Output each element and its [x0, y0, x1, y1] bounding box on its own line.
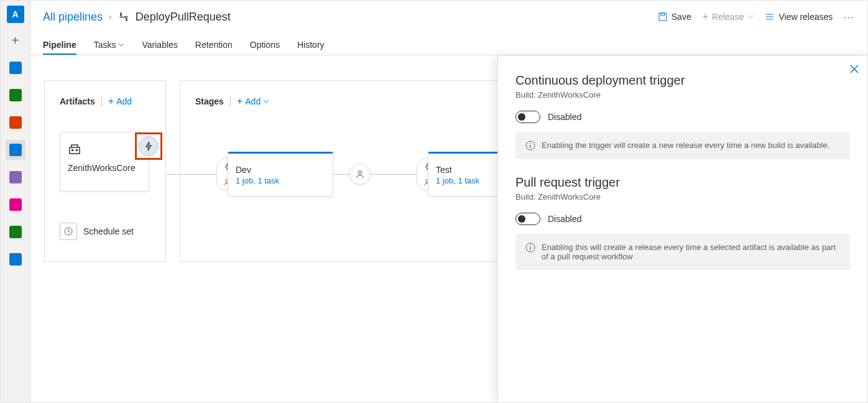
cd-toggle-state: Disabled: [548, 112, 581, 122]
nav-item-overview[interactable]: [6, 58, 25, 78]
nav-item-repos[interactable]: [6, 113, 25, 132]
ellipsis-icon: ···: [844, 12, 855, 22]
stage-name: Test: [436, 165, 479, 175]
list-icon: [765, 12, 775, 22]
artifacts-heading: Artifacts: [60, 96, 95, 106]
tab-variables[interactable]: Variables: [142, 40, 177, 55]
more-button[interactable]: ···: [844, 12, 855, 22]
save-button[interactable]: Save: [658, 12, 691, 22]
pipeline-title-text: DeployPullRequest: [136, 11, 231, 24]
stage-card-dev[interactable]: Dev 1 job, 1 task: [228, 152, 333, 197]
svg-rect-4: [76, 149, 78, 151]
chevron-down-icon: [118, 42, 124, 48]
svg-rect-14: [530, 247, 530, 250]
stages-heading: Stages: [195, 96, 224, 106]
svg-point-13: [530, 245, 531, 246]
artifact-card[interactable]: ZenithWorksCore: [60, 132, 149, 192]
tab-history[interactable]: History: [297, 40, 325, 55]
tab-options[interactable]: Options: [250, 40, 280, 55]
nav-item-security[interactable]: [6, 222, 25, 242]
tabstrip: Pipeline Tasks Variables Retention Optio…: [30, 33, 867, 55]
build-source-icon: [68, 142, 81, 156]
svg-point-10: [530, 143, 531, 144]
cd-info: Enabling the trigger will create a new r…: [515, 132, 850, 159]
chevron-right-icon: ›: [109, 12, 112, 22]
schedule-indicator[interactable]: Schedule set: [60, 223, 150, 240]
left-nav-rail: A +: [1, 1, 30, 402]
nav-item-boards[interactable]: [6, 85, 25, 105]
stage-name: Dev: [236, 165, 279, 175]
info-icon: [525, 243, 535, 252]
top-toolbar: Save + Release View releases ···: [658, 11, 855, 22]
plus-icon: +: [703, 11, 708, 22]
close-panel-button[interactable]: [850, 65, 859, 76]
svg-point-7: [358, 171, 361, 174]
breadcrumb: All pipelines › DeployPullRequest Save +…: [30, 1, 867, 33]
stage-jobs-link[interactable]: 1 job, 1 task: [436, 176, 479, 185]
pr-info: Enabling this will create a release ever…: [515, 234, 850, 270]
info-icon: [525, 141, 535, 151]
pipeline-icon: [118, 11, 129, 22]
plus-icon: +: [12, 34, 19, 48]
artifact-name: ZenithWorksCore: [68, 163, 141, 173]
tab-tasks[interactable]: Tasks: [94, 40, 125, 55]
svg-rect-11: [530, 145, 530, 148]
lightning-icon: [144, 141, 154, 151]
breadcrumb-title: DeployPullRequest: [118, 11, 231, 24]
plus-icon: +: [108, 96, 114, 107]
post-deploy-conditions[interactable]: [349, 164, 371, 185]
nav-item-sql[interactable]: [6, 249, 25, 269]
pr-toggle[interactable]: [515, 213, 540, 225]
nav-item-testplans[interactable]: [6, 167, 25, 187]
person-icon: [356, 170, 364, 178]
svg-rect-3: [72, 149, 73, 151]
chevron-down-icon: [747, 14, 754, 20]
pr-trigger-title: Pull request trigger: [515, 175, 850, 190]
trigger-side-panel: Continuous deployment trigger Build: Zen…: [497, 56, 867, 402]
breadcrumb-root[interactable]: All pipelines: [43, 11, 103, 24]
cd-build-label: Build: ZenithWorksCore: [515, 90, 850, 100]
svg-rect-0: [659, 13, 667, 21]
nav-add[interactable]: +: [6, 30, 25, 50]
release-button[interactable]: + Release: [703, 11, 754, 22]
add-stage-button[interactable]: + Add: [237, 96, 269, 107]
project-avatar[interactable]: A: [7, 6, 24, 23]
tab-pipeline[interactable]: Pipeline: [43, 40, 76, 55]
stage-jobs-link[interactable]: 1 job, 1 task: [236, 176, 279, 185]
nav-item-pipelines[interactable]: [6, 140, 25, 160]
artifacts-panel: Artifacts + Add: [44, 80, 166, 262]
main-area: All pipelines › DeployPullRequest Save +…: [30, 1, 867, 402]
plus-icon: +: [237, 96, 242, 107]
chevron-down-icon: [263, 98, 269, 104]
schedule-label: Schedule set: [83, 226, 134, 236]
svg-rect-2: [70, 147, 80, 154]
pr-build-label: Build: ZenithWorksCore: [515, 192, 850, 202]
pr-toggle-state: Disabled: [548, 214, 581, 224]
nav-item-artifacts[interactable]: [6, 195, 25, 215]
view-releases-button[interactable]: View releases: [765, 12, 833, 22]
tab-retention[interactable]: Retention: [195, 40, 233, 55]
cd-toggle[interactable]: [515, 111, 540, 123]
svg-rect-1: [661, 13, 665, 16]
close-icon: [850, 65, 859, 73]
add-artifact-button[interactable]: + Add: [108, 96, 132, 107]
artifact-trigger-button[interactable]: [139, 136, 159, 156]
save-icon: [658, 12, 668, 22]
cd-trigger-title: Continuous deployment trigger: [515, 73, 850, 88]
clock-icon: [63, 226, 73, 236]
